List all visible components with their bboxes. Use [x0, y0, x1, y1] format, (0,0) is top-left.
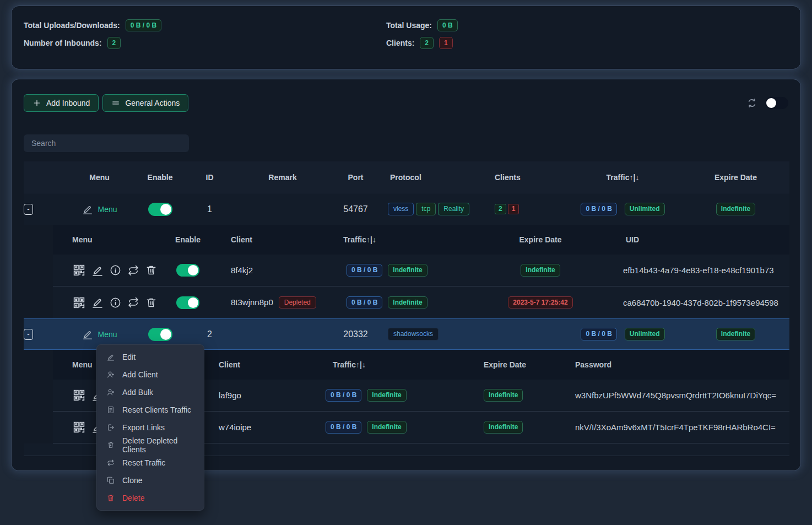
header-expire-date: Expire Date — [480, 235, 601, 244]
plus-icon — [33, 99, 41, 107]
stat-total-usage: Total Usage: 0 B — [386, 19, 458, 31]
info-icon[interactable] — [109, 296, 122, 309]
menu-item-label: Export Links — [122, 423, 165, 432]
inbound-port: 20332 — [332, 329, 379, 339]
menu-item-label: Edit — [122, 353, 136, 361]
menu-item-add-client[interactable]: Add Client — [97, 366, 204, 383]
hamburger-icon — [111, 99, 120, 107]
traffic-badge: 0 B / 0 B — [347, 296, 382, 308]
client-enable-toggle[interactable] — [176, 296, 199, 309]
stat-label: Clients: — [386, 39, 414, 47]
qr-code-icon[interactable] — [72, 388, 86, 402]
traffic-badge: 0 B / 0 B — [347, 264, 382, 276]
info-icon[interactable] — [109, 264, 122, 277]
expire-badge: Indefinite — [716, 328, 755, 340]
client-traffic: 0 B / 0 B Indefinite — [315, 296, 480, 308]
general-actions-label: General Actions — [125, 99, 180, 107]
client-traffic: 0 B / 0 B Indefinite — [315, 264, 480, 276]
inbound-menu-button[interactable]: Menu — [65, 203, 134, 215]
menu-item-reset-clients-traffic[interactable]: Reset Clients Traffic — [97, 401, 204, 419]
expire-badge: Indefinite — [716, 203, 755, 215]
toolbar: Add Inbound General Actions — [24, 94, 788, 112]
client-enable-toggle[interactable] — [176, 264, 199, 277]
header-menu: Menu — [65, 173, 134, 182]
client-uid: efb14b43-4a79-4e83-ef18-e48cf1901b73 — [601, 266, 789, 275]
reset-traffic-icon[interactable] — [127, 296, 140, 309]
client-uid: ca68470b-1940-437d-802b-1f9573e94598 — [601, 298, 789, 307]
protocol-tag-tcp: tcp — [416, 203, 436, 215]
trash-icon[interactable] — [145, 296, 158, 309]
menu-item-add-bulk[interactable]: Add Bulk — [97, 383, 204, 401]
pencil-icon — [106, 353, 115, 361]
inbound-port: 54767 — [332, 204, 379, 214]
stat-number-of-inbounds: Number of Inbounds: 2 — [24, 37, 386, 49]
inbound-protocol-tags: vless tcp Reality — [379, 203, 484, 215]
qr-code-icon[interactable] — [72, 263, 86, 277]
general-actions-button[interactable]: General Actions — [102, 94, 188, 112]
theme-toggle[interactable] — [765, 97, 788, 109]
inbound-enable-toggle[interactable] — [148, 203, 172, 216]
header-clients: Clients — [484, 173, 564, 182]
trash-icon[interactable] — [145, 264, 158, 277]
inbound-menu-button[interactable]: Menu — [65, 328, 134, 340]
collapse-row-button[interactable]: - — [24, 204, 33, 215]
edit-pencil-icon[interactable] — [91, 296, 104, 309]
inbound-id: 2 — [186, 329, 233, 339]
table-header-row: Menu Enable ID Remark Port Protocol Clie… — [24, 161, 789, 193]
add-inbound-button[interactable]: Add Inbound — [24, 94, 99, 112]
menu-item-delete-depleted-clients[interactable]: Delete Depleted Clients — [97, 436, 204, 454]
expire-badge: Indefinite — [521, 264, 560, 276]
traffic-limit-badge: Indefinite — [367, 421, 406, 433]
client-expire: Indefinite — [461, 389, 568, 401]
header-id: ID — [186, 173, 233, 182]
client-traffic: 0 B / 0 B Indefinite — [306, 421, 461, 433]
stat-value-badge: 2 — [107, 37, 121, 49]
traffic-limit-badge: Unlimited — [625, 328, 665, 340]
menu-item-label: Add Bulk — [122, 388, 153, 397]
stat-clients: Clients: 2 1 — [386, 37, 453, 49]
menu-item-delete[interactable]: Delete — [97, 489, 204, 507]
stats-card: Total Uploads/Downloads: 0 B / 0 B Total… — [11, 6, 801, 69]
client-expire: Indefinite — [480, 264, 601, 276]
traffic-badge: 0 B / 0 B — [326, 421, 361, 433]
collapse-row-button[interactable]: - — [24, 329, 33, 340]
header-client: Client — [215, 235, 315, 244]
traffic-limit-badge: Indefinite — [388, 264, 427, 276]
stat-label: Number of Inbounds: — [24, 39, 102, 47]
protocol-tag-shadowsocks: shadowsocks — [388, 328, 439, 340]
search-input[interactable] — [24, 134, 189, 152]
client-name-group: 8t3wjnn8p0 Depleted — [215, 296, 315, 308]
inbound-expire: Indefinite — [682, 203, 789, 215]
clients-depleted-badge: 1 — [439, 37, 453, 49]
client-name: laf9go — [210, 391, 306, 400]
menu-item-label: Delete — [122, 494, 144, 502]
header-expire-date: Expire Date — [461, 360, 568, 369]
qr-code-icon[interactable] — [72, 420, 86, 434]
client-expire: 2023-5-7 17:25:42 — [480, 296, 601, 308]
client-table-1: Menu Enable Client Traffic↑|↓ Expire Dat… — [53, 225, 789, 318]
client-table-header: Menu Enable Client Traffic↑|↓ Expire Dat… — [53, 225, 789, 255]
reset-traffic-icon[interactable] — [127, 264, 140, 277]
header-protocol: Protocol — [379, 173, 484, 182]
refresh-button[interactable] — [746, 98, 757, 109]
client-actions — [53, 296, 160, 310]
header-traffic: Traffic↑|↓ — [306, 360, 461, 369]
inbound-traffic: 0 B / 0 B Unlimited — [564, 203, 682, 215]
client-expire: Indefinite — [461, 421, 568, 433]
qr-code-icon[interactable] — [72, 296, 86, 310]
stat-total-uploads-downloads: Total Uploads/Downloads: 0 B / 0 B — [24, 19, 386, 31]
client-name: 8f4kj2 — [215, 266, 315, 275]
menu-item-edit[interactable]: Edit — [97, 348, 204, 366]
protocol-tag-vless: vless — [388, 203, 414, 215]
clients-depleted-badge: 1 — [508, 204, 519, 214]
menu-item-reset-traffic[interactable]: Reset Traffic — [97, 454, 204, 472]
menu-item-export-links[interactable]: Export Links — [97, 419, 204, 436]
client-password: nkV/I/3XoAm9v6xMT/T5IcrF4TpeTKF98rHARbRo… — [568, 423, 789, 432]
edit-pencil-icon — [82, 328, 94, 340]
inbound-enable-toggle[interactable] — [148, 328, 172, 341]
depleted-badge: Depleted — [279, 296, 316, 308]
inbound-traffic: 0 B / 0 B Unlimited — [564, 328, 682, 340]
menu-item-clone[interactable]: Clone — [97, 472, 204, 489]
traffic-limit-badge: Indefinite — [388, 296, 427, 308]
edit-pencil-icon[interactable] — [91, 264, 104, 277]
